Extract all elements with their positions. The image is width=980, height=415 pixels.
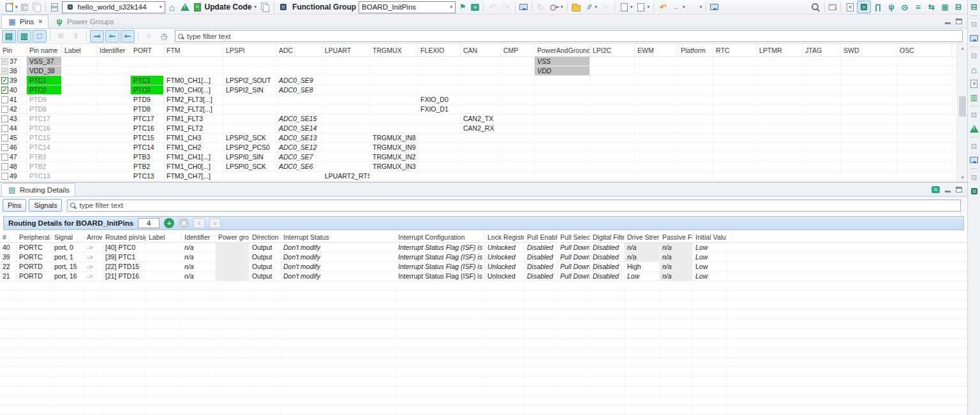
cell-LPSPI[interactable]: LPSPI2_PCS0 [223,143,276,152]
pin-checkbox[interactable]: ✓ [1,115,8,122]
cell-interrupt-configuration[interactable]: Interrupt Status Flag (ISF) is disabled [396,262,485,271]
cell-lock-register[interactable]: Unlocked [485,243,524,252]
cell-arrow[interactable]: -> [84,252,103,261]
cell-pin-name[interactable]: PTC17 [27,114,62,123]
cell-PORT[interactable]: PTC14 [131,143,164,152]
cell-PORT[interactable]: PTB2 [131,162,164,171]
pin-checkbox[interactable]: ✓ [1,173,8,180]
view-menu-icon[interactable] [932,186,940,193]
cell-FTM[interactable]: FTM1_CH2 [164,143,223,152]
cell-interrupt-status[interactable]: Don't modify [281,243,396,252]
pins-table-row-42[interactable]: ✓42PTD8PTD8FTM2_FLT2[...]FXIO_D1 [0,105,956,114]
cell-pin-name[interactable]: PTD9 [27,95,62,104]
routing-row-39[interactable]: 39PORTCport, 1->[39] PTC1n/aOutputDon't … [0,252,967,262]
column-header-digital-filter[interactable]: Digital Filter [590,231,625,242]
cell-signal[interactable]: port, 0 [52,243,84,252]
cell-pin-name[interactable]: VSS_37 [27,57,62,66]
cell-LPSPI[interactable]: LPSPI0_SCK [223,162,276,171]
restore-view-icon[interactable] [968,18,980,31]
cell-PowerAndGround[interactable]: VDD [535,66,590,75]
data-perspective-icon[interactable] [952,1,965,13]
problems-icon[interactable] [179,1,191,13]
restore-view-icon[interactable] [968,49,980,62]
tab-routing-details[interactable]: Routing Details [1,183,75,196]
cell-LPSPI[interactable]: LPSPI2_SCK [223,133,276,142]
cell-CAN[interactable]: CAN2_RX [461,124,501,133]
column-header-OSC[interactable]: OSC [897,44,952,56]
sources-perspective-icon[interactable] [843,1,856,13]
column-header-CAN[interactable]: CAN [461,44,501,56]
cell-digital-filter[interactable]: Disabled [590,262,625,271]
flag-icon[interactable] [456,1,469,13]
comments-icon[interactable] [470,1,480,13]
pins-table-row-38[interactable]: ✓38VDD_38VDD [0,66,956,76]
column-header-SWD[interactable]: SWD [841,44,897,56]
cell-PORT[interactable]: PTD9 [131,95,164,104]
cell-pin-name[interactable]: PTC15 [27,133,62,142]
restore-view-icon[interactable] [968,171,980,184]
cell-peripheral[interactable]: PORTD [17,262,52,271]
home-icon[interactable] [166,1,179,13]
cell-ADC[interactable]: ADC0_SE12 [276,143,322,152]
cell-signal[interactable]: port, 16 [52,272,84,280]
scrollbar-thumb[interactable] [959,96,966,117]
pins-filter-input[interactable] [186,32,960,41]
cell-interrupt-status[interactable]: Don't modify [281,272,396,280]
minimized-problems-icon[interactable] [969,122,980,135]
restore-view-icon[interactable] [968,108,980,121]
minimized-overview-icon[interactable] [968,63,980,76]
pins-table-row-44[interactable]: ✓44PTC16PTC16FTM1_FLT2ADC0_SE14CAN2_RX [0,124,956,133]
processor-select[interactable]: hello_world_s32k144▾ [62,1,165,13]
column-header-PORT[interactable]: PORT [131,44,164,56]
scroll-up-icon[interactable]: ▲ [958,44,967,52]
cell-pin-name[interactable]: VDD_38 [27,66,62,75]
tab-power-groups[interactable]: Power Groups [48,15,120,28]
cell-LPSPI[interactable]: LPSPI2_SOUT [223,76,276,85]
update-code-button[interactable]: Update Code▾ [191,1,258,13]
quality-perspective-icon[interactable] [898,1,911,13]
column-header-interrupt-configuration[interactable]: Interrupt Configuration [396,231,485,242]
cell--[interactable]: 21 [0,272,17,280]
column-header-RTC[interactable]: RTC [713,44,757,56]
pins-table-row-37[interactable]: ✓37VSS_37VSS [0,57,956,66]
pins-table-row-47[interactable]: ✓47PTB3PTB3FTM1_CH1[...]LPSPI0_SINADC0_S… [0,152,956,162]
cell-arrow[interactable]: -> [84,272,103,280]
pin-checkbox[interactable]: ✓ [1,106,8,113]
package-outline-toggle[interactable] [33,30,47,43]
cell-lock-register[interactable]: Unlocked [485,252,524,261]
cell-pull-select[interactable]: Pull Down [558,272,590,280]
cell-interrupt-configuration[interactable]: Interrupt Status Flag (ISF) is disabled [396,272,485,280]
column-header-TRGMUX[interactable]: TRGMUX [370,44,418,56]
show-output-pins-toggle[interactable] [121,30,135,43]
search-icon[interactable] [809,1,822,13]
pins-table-row-41[interactable]: ✓41PTD9PTD9FTM2_FLT3[...]FXIO_D0 [0,95,956,105]
cell-ADC[interactable]: ADC0_SE6 [276,162,322,171]
cell-PowerAndGround[interactable]: VSS [535,57,590,66]
cell-ADC[interactable]: ADC0_SE14 [276,124,322,133]
new-configuration-icon[interactable]: ▾ [3,1,19,13]
cell-FTM[interactable]: FTM1_CH0[...] [164,162,223,171]
pins-filter-button[interactable]: Pins [3,199,26,212]
cell-pin-name[interactable]: PTC14 [27,143,62,152]
column-header-initial-value[interactable]: Initial Value [693,231,727,242]
cell-identifier[interactable]: n/a [182,243,216,252]
cell-pull-select[interactable]: Pull Down [558,243,590,252]
column-header-identifier[interactable]: Identifier [182,231,216,242]
cell-pin-name[interactable]: PTC0 [27,85,62,94]
routing-row-21[interactable]: 21PORTDport, 16->[21] PTD16n/aOutputDon'… [0,272,967,281]
cell-FTM[interactable]: FTM2_FLT2[...] [164,105,223,113]
cell-pin-name[interactable]: PTC1 [27,76,62,85]
column-header-label[interactable]: Label [146,231,182,242]
vertical-scrollbar[interactable]: ▲ ▼ [957,44,967,182]
routing-perspective-icon[interactable] [925,1,938,13]
package-perspective-icon[interactable] [939,1,951,13]
routing-filter-input[interactable] [78,201,958,210]
cell-peripheral[interactable]: PORTC [17,243,52,252]
cell-arrow[interactable]: -> [84,243,103,252]
cell-passive-filter[interactable]: n/a [660,252,693,261]
cell-drive-strength[interactable]: Low [625,272,660,280]
cell-routed-pin-signal[interactable]: [40] PTC0 [103,243,146,252]
column-header-LPSPI[interactable]: LPSPI [223,44,276,56]
pin-checkbox[interactable]: ✓ [1,163,8,170]
cell-FTM[interactable]: FTM3_CH7[...] [164,171,223,180]
